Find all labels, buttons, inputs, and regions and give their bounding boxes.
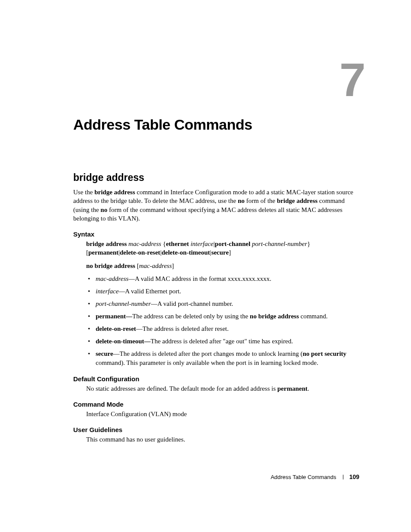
chapter-title: Address Table Commands (73, 116, 359, 133)
list-item: delete-on-timeout—The address is deleted… (86, 337, 359, 346)
param-desc: —A valid Ethernet port. (118, 288, 181, 295)
syntax-line-2: no bridge address [mac-address] (86, 261, 359, 270)
text-bold: bridge address (86, 240, 128, 247)
syntax-heading: Syntax (73, 230, 359, 238)
text: Use the (73, 189, 94, 196)
param-desc: command. (299, 313, 328, 320)
text: . (308, 385, 309, 392)
text-bold: permanent (88, 249, 118, 256)
default-config-text: No static addresses are defined. The def… (86, 384, 359, 393)
list-item: mac-address—A valid MAC address in the f… (86, 274, 359, 283)
text-bold: secure (211, 249, 229, 256)
param-name: mac-address (96, 275, 128, 282)
text-bold: no (238, 197, 245, 204)
param-name: permanent— (96, 313, 132, 320)
syntax-line-1: bridge address mac-address {ethernet int… (86, 240, 359, 257)
text: No static addresses are defined. The def… (86, 385, 277, 392)
list-item: interface—A valid Ethernet port. (86, 287, 359, 296)
param-name: interface (96, 288, 118, 295)
list-item: delete-on-reset—The address is deleted a… (86, 324, 359, 333)
param-desc: command). This parameter is only availab… (96, 359, 318, 366)
list-item: secure—The address is deleted after the … (86, 349, 359, 367)
param-name: secure (96, 350, 113, 357)
param-desc: —The address is deleted after the port c… (113, 350, 303, 357)
text-bold: no bridge address (86, 262, 135, 269)
section-title: bridge address (73, 172, 359, 184)
text: form of the (245, 197, 277, 204)
text: { (161, 240, 166, 247)
list-item: permanent—The address can be deleted onl… (86, 312, 359, 321)
text-bold: no (100, 206, 107, 213)
parameter-list: mac-address—A valid MAC address in the f… (86, 274, 359, 367)
text-bold: port-channel (215, 240, 252, 247)
text-italic: mac-address (139, 262, 172, 269)
document-page: 7 Address Table Commands bridge address … (0, 0, 411, 532)
default-config-heading: Default Configuration (73, 375, 359, 383)
param-name: port-channel-number (96, 300, 151, 307)
param-name: delete-on-reset (96, 325, 136, 332)
footer-label: Address Table Commands (271, 474, 336, 480)
section-intro: Use the bridge address command in Interf… (73, 188, 359, 223)
text-bold: permanent (277, 385, 308, 392)
param-desc-bold: no bridge address (250, 313, 299, 320)
param-desc: —The address is deleted after reset. (136, 325, 229, 332)
page-footer: Address Table Commands 109 (271, 473, 359, 480)
text-italic: port-channel-number (252, 240, 307, 247)
param-desc: The address is deleted after "age out" t… (150, 338, 293, 345)
text: form of the command without specifying a… (73, 206, 342, 222)
user-guidelines-text: This command has no user guidelines. (86, 435, 359, 444)
command-mode-heading: Command Mode (73, 401, 359, 408)
text: [ (135, 262, 139, 269)
param-name: delete-on-timeout— (96, 338, 150, 345)
list-item: port-channel-number—A valid port-channel… (86, 299, 359, 308)
chapter-number: 7 (339, 56, 366, 103)
user-guidelines-heading: User Guidelines (73, 426, 359, 433)
param-desc-bold: no port security (302, 350, 346, 357)
text-italic: interface (190, 240, 213, 247)
text-italic: mac-address (128, 240, 161, 247)
text-bold: ethernet (166, 240, 190, 247)
text: ] (229, 249, 231, 256)
text-bold: delete-on-reset (120, 249, 160, 256)
text-bold: delete-on-timeout (162, 249, 210, 256)
text-bold: bridge address (277, 197, 318, 204)
text-bold: bridge address (94, 189, 135, 196)
param-desc: —A valid port-channel number. (151, 300, 233, 307)
text: ] (172, 262, 174, 269)
param-desc: The address can be deleted only by using… (132, 313, 250, 320)
command-mode-text: Interface Configuration (VLAN) mode (86, 410, 359, 418)
footer-separator (343, 475, 343, 479)
page-number: 109 (349, 473, 359, 480)
param-desc: —A valid MAC address in the format xxxx.… (128, 275, 271, 282)
